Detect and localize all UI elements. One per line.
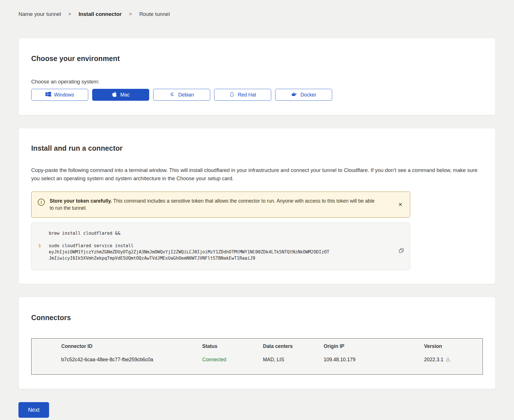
page: Name your tunnel > Install connector > R… bbox=[0, 0, 514, 418]
os-button-label: Red Hat bbox=[238, 92, 256, 98]
column-header-version: Version bbox=[424, 343, 477, 349]
apple-icon bbox=[112, 91, 117, 99]
environment-card-title: Choose your environment bbox=[31, 54, 483, 63]
breadcrumb-step-name-your-tunnel[interactable]: Name your tunnel bbox=[18, 11, 61, 18]
code-line-brew: brew install cloudflared && bbox=[38, 230, 403, 236]
breadcrumb: Name your tunnel > Install connector > R… bbox=[18, 11, 496, 18]
column-header-status: Status bbox=[202, 343, 263, 349]
connector-id-cell: b7c52c42-6caa-48ee-8c77-fbe259cb6c0a bbox=[61, 356, 202, 363]
os-button-windows[interactable]: Windows bbox=[31, 89, 88, 101]
os-button-docker[interactable]: Docker bbox=[275, 89, 332, 101]
breadcrumb-step-install-connector[interactable]: Install connector bbox=[79, 11, 122, 18]
breadcrumb-separator: > bbox=[129, 11, 132, 18]
debian-icon bbox=[169, 91, 175, 98]
os-button-label: Mac bbox=[120, 92, 130, 98]
version-cell: 2022.3.1 ⚠ bbox=[424, 356, 477, 363]
os-button-debian[interactable]: Debian bbox=[153, 89, 210, 101]
warning-text: Store your token carefully. This command… bbox=[50, 198, 376, 212]
shell-prompt: $ bbox=[38, 243, 49, 261]
code-line-sudo: $ sudo cloudflared service install eyJhI… bbox=[38, 243, 403, 261]
os-button-label: Docker bbox=[300, 92, 316, 98]
column-header-connector-id: Connector ID bbox=[61, 343, 202, 349]
os-button-redhat[interactable]: Red Hat bbox=[214, 89, 271, 101]
install-command-code-block: brew install cloudflared && $ sudo cloud… bbox=[31, 222, 410, 270]
code-gutter bbox=[38, 230, 49, 236]
copy-icon bbox=[399, 248, 404, 253]
copy-button[interactable] bbox=[397, 247, 405, 255]
tunnel-token: eyJhIjoiOWM1YjczYzhmZGNmZDUyOTg2ZjA3NmJm… bbox=[49, 249, 329, 261]
os-button-row: Windows Mac Debian bbox=[31, 89, 483, 101]
version-warning-icon[interactable]: ⚠ bbox=[446, 357, 450, 362]
sudo-command-text: sudo cloudflared service install eyJhIjo… bbox=[49, 243, 330, 261]
windows-icon bbox=[45, 91, 51, 98]
install-connector-card: Install and run a connector Copy-paste t… bbox=[18, 128, 496, 284]
install-card-title: Install and run a connector bbox=[31, 144, 483, 152]
token-warning-banner: ! Store your token carefully. This comma… bbox=[31, 192, 410, 218]
install-description: Copy-paste the following command into a … bbox=[31, 166, 483, 182]
linux-penguin-icon bbox=[229, 91, 235, 99]
warning-text-bold: Store your token carefully. bbox=[50, 198, 112, 204]
origin-ip-cell: 109.48.10.179 bbox=[324, 356, 424, 363]
data-centers-cell: MAD, LIS bbox=[263, 356, 324, 363]
breadcrumb-separator: > bbox=[68, 11, 71, 18]
choose-environment-card: Choose your environment Choose an operat… bbox=[18, 38, 496, 115]
os-button-label: Windows bbox=[54, 92, 74, 98]
alert-circle-icon: ! bbox=[38, 199, 45, 206]
os-button-mac[interactable]: Mac bbox=[92, 89, 149, 101]
close-icon[interactable]: ✕ bbox=[397, 201, 404, 208]
docker-whale-icon bbox=[291, 92, 297, 98]
os-select-label: Choose an operating system: bbox=[31, 79, 483, 85]
os-button-label: Debian bbox=[178, 92, 194, 98]
connectors-card-title: Connectors bbox=[31, 314, 483, 322]
breadcrumb-step-route-tunnel[interactable]: Route tunnel bbox=[139, 11, 170, 18]
version-value: 2022.3.1 bbox=[424, 356, 443, 363]
status-cell: Connected bbox=[202, 356, 263, 363]
column-header-origin-ip: Origin IP bbox=[324, 343, 424, 349]
connectors-table: Connector ID Status Data centers Origin … bbox=[31, 338, 483, 375]
connectors-card: Connectors Connector ID Status Data cent… bbox=[18, 297, 496, 389]
brew-command-text: brew install cloudflared && bbox=[49, 230, 120, 236]
column-header-data-centers: Data centers bbox=[263, 343, 324, 349]
next-button[interactable]: Next bbox=[18, 402, 49, 418]
